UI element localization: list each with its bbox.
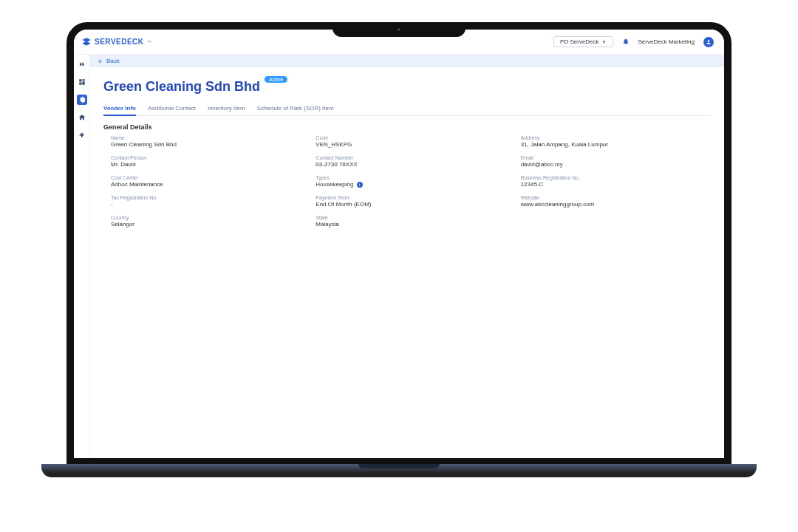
- page-title: Green Cleaning Sdn Bhd: [103, 79, 260, 95]
- brand-logo[interactable]: SERVEDECK™: [81, 37, 151, 47]
- field-value: 31, Jalan Ampang, Kuala Lumpur: [521, 141, 711, 148]
- user-avatar[interactable]: [703, 37, 714, 47]
- field-code: Code VEN_HSKPG: [316, 135, 505, 148]
- field-contact-number: Contact Number 03-2730 78XXX: [316, 155, 505, 168]
- field-value: david@abcc.my: [521, 161, 711, 168]
- field-value: 03-2730 78XXX: [316, 161, 505, 168]
- sidebar: [74, 55, 90, 458]
- chevron-down-icon: ▼: [602, 40, 607, 44]
- field-label: Contact Person: [111, 155, 301, 160]
- device-notch: [332, 22, 466, 37]
- field-label: Payment Term: [316, 195, 505, 200]
- org-selector[interactable]: PD ServeDeck ▼: [553, 36, 613, 47]
- brand-name: SERVEDECK: [95, 38, 144, 46]
- sidebar-building-icon[interactable]: [77, 112, 87, 123]
- field-label: Website: [521, 195, 711, 200]
- field-label: Types: [316, 175, 505, 180]
- status-badge: Active: [265, 76, 287, 83]
- app-screen: SERVEDECK™ PD ServeDeck ▼ ServeDeck Mark…: [74, 30, 724, 458]
- org-selector-label: PD ServeDeck: [560, 38, 598, 45]
- field-label: Code: [316, 135, 505, 140]
- field-label: Email: [521, 155, 711, 160]
- field-value: Adhoc Maintenance: [111, 181, 301, 188]
- field-label: Business Registration No.: [521, 175, 711, 180]
- back-label: Back: [106, 58, 120, 64]
- content: Green Cleaning Sdn Bhd Active Vendor Inf…: [90, 67, 724, 235]
- field-value: 12345-C: [521, 181, 711, 188]
- title-row: Green Cleaning Sdn Bhd Active: [103, 79, 711, 95]
- field-label: Contact Number: [316, 155, 505, 160]
- info-icon[interactable]: i: [357, 182, 363, 188]
- field-label: Tax Registration No: [111, 195, 301, 200]
- field-value: Selangor: [111, 221, 301, 228]
- field-email: Email david@abcc.my: [521, 155, 711, 168]
- field-value: End Of Month (EOM): [316, 201, 505, 208]
- field-address: Address 31, Jalan Ampang, Kuala Lumpur: [521, 135, 711, 148]
- field-value: VEN_HSKPG: [316, 141, 505, 148]
- brand-mark: ™: [147, 40, 152, 44]
- field-label: State: [316, 215, 505, 220]
- field-value: Green Cleaning Sdn Bhd: [111, 141, 301, 148]
- types-value: Housekeeping: [316, 181, 353, 188]
- field-value: Housekeeping i: [316, 181, 505, 188]
- field-label: Country: [111, 215, 301, 220]
- field-tax-reg: Tax Registration No -: [111, 195, 301, 208]
- field-website: Website www.abccleaninggroup.com: [521, 195, 711, 208]
- notifications-icon[interactable]: [622, 38, 630, 47]
- user-name: ServeDeck Marketing: [638, 38, 695, 45]
- field-types: Types Housekeeping i: [316, 175, 505, 188]
- field-contact-person: Contact Person Mr. David: [111, 155, 301, 168]
- field-country: Country Selangor: [111, 215, 301, 228]
- tab-sor-item[interactable]: Schedule of Rate (SOR) Item: [257, 102, 334, 115]
- stack-icon: [81, 37, 92, 47]
- arrow-left-icon: [98, 58, 103, 64]
- field-cost-center: Cost Center Adhoc Maintenance: [111, 175, 301, 188]
- back-button[interactable]: Back: [90, 55, 724, 67]
- field-label: Address: [521, 135, 711, 140]
- app-body: Back Green Cleaning Sdn Bhd Active Vendo…: [74, 55, 724, 458]
- tab-vendor-info[interactable]: Vendor Info: [103, 102, 136, 116]
- field-value: www.abccleaninggroup.com: [521, 201, 711, 208]
- device-frame: SERVEDECK™ PD ServeDeck ▼ ServeDeck Mark…: [66, 22, 732, 466]
- topbar-right: PD ServeDeck ▼ ServeDeck Marketing: [553, 36, 714, 47]
- tab-inventory-item[interactable]: Inventory Item: [208, 102, 245, 115]
- field-state: State Malaysia: [316, 215, 505, 228]
- tab-additional-contact[interactable]: Additional Contact: [148, 102, 196, 115]
- field-value: Malaysia: [316, 221, 505, 228]
- field-value: Mr. David: [111, 161, 301, 168]
- sidebar-dashboard-icon[interactable]: [77, 77, 87, 87]
- tabs: Vendor Info Additional Contact Inventory…: [103, 102, 711, 116]
- field-value: -: [111, 201, 301, 208]
- field-label: Cost Center: [111, 175, 301, 180]
- sidebar-settings-icon[interactable]: [77, 95, 87, 105]
- field-label: Name: [111, 135, 301, 140]
- device-lip: [358, 464, 440, 468]
- sidebar-expand-icon[interactable]: [77, 59, 87, 69]
- main: Back Green Cleaning Sdn Bhd Active Vendo…: [90, 55, 724, 458]
- field-business-reg: Business Registration No. 12345-C: [521, 175, 711, 188]
- details-grid: Name Green Cleaning Sdn Bhd Code VEN_HSK…: [103, 135, 711, 228]
- field-payment-term: Payment Term End Of Month (EOM): [316, 195, 505, 208]
- field-name: Name Green Cleaning Sdn Bhd: [111, 135, 301, 148]
- sidebar-bolt-icon[interactable]: [77, 130, 87, 140]
- section-title: General Details: [103, 123, 711, 131]
